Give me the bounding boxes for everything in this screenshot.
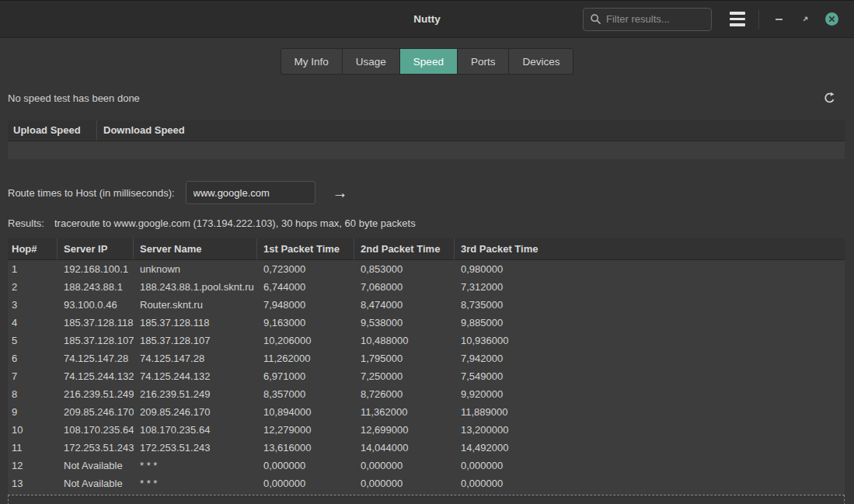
column-header-download-speed[interactable]: Download Speed — [97, 120, 845, 141]
table-cell: 7,549000 — [455, 367, 845, 385]
table-cell: 172.253.51.243 — [134, 439, 257, 457]
minimize-button[interactable] — [765, 6, 792, 33]
column-header-hop-[interactable]: Hop# — [8, 238, 58, 259]
search-input[interactable] — [606, 13, 705, 25]
traceroute-table: Hop#Server IPServer Name1st Packet Time2… — [8, 238, 845, 492]
tab-my-info[interactable]: My Info — [281, 48, 343, 75]
table-cell: 216.239.51.249 — [58, 385, 134, 403]
column-header-server-name[interactable]: Server Name — [134, 238, 257, 259]
host-input[interactable] — [186, 181, 315, 204]
route-input-row: Route times to Host (in milliseconds): → — [8, 181, 854, 204]
table-cell: 6 — [8, 349, 58, 367]
column-header-server-ip[interactable]: Server IP — [58, 238, 134, 259]
table-cell: 185.37.128.107 — [134, 332, 257, 349]
table-cell: 12,699000 — [354, 421, 455, 439]
table-cell: 11,889000 — [455, 403, 845, 421]
table-cell: 10,894000 — [257, 403, 354, 421]
table-cell: 6,971000 — [257, 367, 354, 385]
table-cell: 10,488000 — [354, 332, 455, 349]
table-cell: 74.125.244.132 — [58, 367, 134, 385]
table-row[interactable]: 9209.85.246.170209.85.246.17010,89400011… — [8, 403, 845, 421]
table-row[interactable]: 674.125.147.2874.125.147.2811,2620001,79… — [8, 349, 845, 367]
table-cell: 13,616000 — [257, 439, 354, 457]
table-cell: 192.168.100.1 — [58, 260, 134, 278]
refresh-button[interactable] — [819, 88, 839, 108]
table-cell: * * * — [134, 457, 257, 474]
hamburger-icon — [730, 12, 745, 15]
table-cell: 108.170.235.64 — [134, 421, 257, 439]
maximize-icon — [801, 15, 810, 23]
table-cell: 6,744000 — [257, 278, 354, 296]
table-cell: 8,726000 — [354, 385, 455, 403]
close-icon — [825, 12, 838, 26]
table-row[interactable]: 12Not Available* * *0,0000000,0000000,00… — [8, 457, 845, 474]
table-cell: 0,000000 — [455, 474, 845, 492]
table-cell: 209.85.246.170 — [58, 403, 134, 421]
column-header-2nd-packet-time[interactable]: 2nd Packet Time — [354, 238, 455, 259]
table-cell: 9,920000 — [455, 385, 845, 403]
table-cell: 9,163000 — [257, 314, 354, 332]
table-cell: 12,279000 — [257, 421, 354, 439]
run-traceroute-button[interactable]: → — [328, 181, 353, 204]
table-cell: 0,000000 — [354, 457, 455, 474]
table-cell: 74.125.244.132 — [134, 367, 257, 385]
table-cell: 11,262000 — [257, 349, 354, 367]
tab-ports[interactable]: Ports — [457, 48, 510, 75]
table-row[interactable]: 5185.37.128.107185.37.128.10710,20600010… — [8, 332, 845, 349]
arrow-right-icon: → — [333, 184, 348, 201]
results-label: Results: — [8, 217, 44, 229]
speed-status-row: No speed test has been done — [0, 87, 854, 109]
table-row[interactable]: 1192.168.100.1unknown0,7230000,8530000,9… — [8, 260, 845, 278]
table-cell: Not Available — [58, 457, 134, 474]
table-row[interactable]: 393.100.0.46Router.sknt.ru7,9480008,4740… — [8, 296, 845, 314]
table-cell: 8 — [8, 385, 58, 403]
table-cell: 10,936000 — [455, 332, 845, 349]
table-cell: 12 — [8, 457, 58, 474]
search-icon — [590, 13, 601, 25]
column-header-3rd-packet-time[interactable]: 3rd Packet Time — [455, 238, 845, 259]
pending-row-outline — [8, 495, 845, 504]
table-cell: * * * — [134, 474, 257, 492]
table-cell: 13,200000 — [455, 421, 845, 439]
table-header-row: Upload SpeedDownload Speed — [8, 120, 845, 141]
table-row[interactable]: 8216.239.51.249216.239.51.2498,3570008,7… — [8, 385, 845, 403]
table-cell: Not Available — [58, 474, 134, 492]
table-cell: 9,885000 — [455, 314, 845, 332]
table-cell: 0,980000 — [455, 260, 845, 278]
table-row[interactable]: 13Not Available* * *0,0000000,0000000,00… — [8, 474, 845, 492]
table-row[interactable]: 10108.170.235.64108.170.235.6412,2790001… — [8, 421, 845, 439]
maximize-button[interactable] — [792, 6, 818, 33]
table-row[interactable] — [8, 141, 845, 159]
table-cell: Router.sknt.ru — [134, 296, 257, 314]
tab-usage[interactable]: Usage — [342, 48, 400, 75]
table-cell: 8,357000 — [257, 385, 354, 403]
close-button[interactable] — [818, 6, 845, 33]
refresh-icon — [823, 92, 836, 105]
table-cell: 11 — [8, 439, 58, 457]
table-cell: 7,942000 — [455, 349, 845, 367]
table-cell — [8, 141, 97, 159]
table-cell: 0,853000 — [354, 260, 455, 278]
table-row[interactable]: 774.125.244.13274.125.244.1326,9710007,2… — [8, 367, 845, 385]
hamburger-menu-button[interactable] — [724, 6, 751, 33]
table-cell: 0,000000 — [257, 474, 354, 492]
route-host-label: Route times to Host (in milliseconds): — [8, 187, 175, 199]
filter-search-field[interactable] — [583, 8, 712, 31]
table-cell: 8,735000 — [455, 296, 845, 314]
speed-status-text: No speed test has been done — [8, 92, 140, 104]
column-header-upload-speed[interactable]: Upload Speed — [8, 120, 97, 141]
table-row[interactable]: 11172.253.51.243172.253.51.24313,6160001… — [8, 439, 845, 457]
tab-speed[interactable]: Speed — [399, 48, 458, 75]
tab-devices[interactable]: Devices — [508, 48, 573, 75]
table-cell: 216.239.51.249 — [134, 385, 257, 403]
table-cell: 185.37.128.118 — [58, 314, 134, 332]
minimize-icon — [776, 19, 783, 20]
table-cell: 2 — [8, 278, 58, 296]
table-row[interactable]: 2188.243.88.1188.243.88.1.pool.sknt.ru6,… — [8, 278, 845, 296]
tab-bar: My InfoUsageSpeedPortsDevices — [0, 48, 854, 75]
table-cell: 7 — [8, 367, 58, 385]
table-cell: 7,312000 — [455, 278, 845, 296]
table-row[interactable]: 4185.37.128.118185.37.128.1189,1630009,5… — [8, 314, 845, 332]
column-header-1st-packet-time[interactable]: 1st Packet Time — [257, 238, 354, 259]
titlebar: Nutty — [0, 0, 854, 38]
